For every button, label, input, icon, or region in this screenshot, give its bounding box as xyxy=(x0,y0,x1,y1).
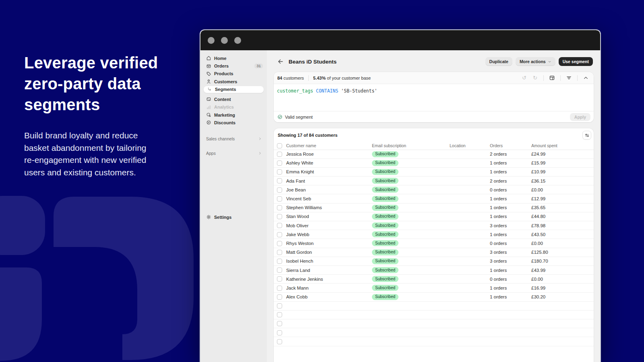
templates-icon[interactable] xyxy=(549,75,555,81)
table-row[interactable]: Jessica RoseSubscribed2 orders£24.99 xyxy=(274,150,594,158)
column-header-orders[interactable]: Orders xyxy=(490,142,531,150)
row-checkbox[interactable] xyxy=(277,160,282,166)
sidebar-item-marketing[interactable]: Marketing xyxy=(200,111,267,119)
table-row[interactable]: Stan WoodSubscribed1 orders£44.80 xyxy=(274,212,594,221)
sidebar-item-settings[interactable]: Settings xyxy=(200,213,267,221)
window-control-close[interactable] xyxy=(208,37,215,44)
table-row[interactable]: Sierra LandSubscribed1 orders£43.99 xyxy=(274,265,594,274)
sort-button[interactable] xyxy=(582,131,591,140)
email-subscription-cell: Subscribed xyxy=(372,248,450,257)
sidebar-item-label: Home xyxy=(214,56,227,61)
segment-stats-bar: 84 customers 5.43% of your customer base… xyxy=(274,72,594,84)
row-checkbox[interactable] xyxy=(277,214,282,219)
section-label: Apps xyxy=(206,151,216,156)
row-checkbox[interactable] xyxy=(277,321,282,326)
collapse-editor-icon[interactable] xyxy=(583,75,589,81)
table-row[interactable]: Rhys WestonSubscribed0 orders£0.00 xyxy=(274,239,594,248)
filter-icon[interactable] xyxy=(566,75,572,81)
table-row[interactable]: Katherine JenkinsSubscribed0 orders£0.00 xyxy=(274,275,594,284)
row-checkbox[interactable] xyxy=(277,339,282,344)
table-row[interactable]: Stephen WilliamsSubscribed1 orders£35.65 xyxy=(274,203,594,212)
row-checkbox[interactable] xyxy=(277,312,282,317)
customer-count: 84 customers xyxy=(277,76,304,80)
sidebar-section-apps[interactable]: Apps xyxy=(200,150,267,157)
row-checkbox[interactable] xyxy=(277,169,282,175)
discounts-icon xyxy=(206,120,211,125)
hero-copy: Leverage verified zero-party data segmen… xyxy=(24,52,201,179)
row-checkbox[interactable] xyxy=(277,241,282,246)
row-checkbox[interactable] xyxy=(277,286,282,291)
undo-icon[interactable]: ↺ xyxy=(521,75,527,81)
row-checkbox[interactable] xyxy=(277,152,282,157)
row-checkbox[interactable] xyxy=(277,303,282,309)
row-checkbox[interactable] xyxy=(277,276,282,282)
table-row[interactable]: Joe BeanSubscribed0 orders£0.00 xyxy=(274,185,594,194)
column-header-amount-spent[interactable]: Amount spent xyxy=(531,142,594,150)
table-row[interactable] xyxy=(274,301,594,310)
sub-arrow-icon xyxy=(207,87,212,92)
row-checkbox[interactable] xyxy=(277,223,282,228)
table-row[interactable]: Vincent SebSubscribed1 orders£12.99 xyxy=(274,194,594,203)
location-cell xyxy=(450,158,490,167)
segment-query-editor[interactable]: customer_tags CONTAINS 'SB-Students' xyxy=(274,84,594,111)
column-header-email-subscription[interactable]: Email subscription xyxy=(372,142,450,150)
location-cell xyxy=(450,319,490,328)
redo-icon[interactable]: ↻ xyxy=(532,75,538,81)
select-all-checkbox[interactable] xyxy=(277,143,282,148)
sidebar-section-sales-channels[interactable]: Sales channels xyxy=(200,135,267,143)
row-checkbox[interactable] xyxy=(277,294,282,300)
checkbox-cell xyxy=(274,177,286,185)
column-header-customer-name[interactable]: Customer name xyxy=(286,142,372,150)
row-checkbox[interactable] xyxy=(277,267,282,273)
window-control-zoom[interactable] xyxy=(234,37,241,44)
gear-icon xyxy=(206,214,211,220)
row-checkbox[interactable] xyxy=(277,178,282,183)
table-row[interactable] xyxy=(274,310,594,319)
checkbox-cell xyxy=(274,158,286,167)
sidebar-item-analytics[interactable]: Analytics xyxy=(200,103,267,111)
sidebar-item-customers[interactable]: Customers xyxy=(200,78,267,85)
use-segment-button[interactable]: Use segment xyxy=(559,57,593,66)
row-checkbox[interactable] xyxy=(277,196,282,202)
email-subscription-cell: Subscribed xyxy=(372,167,450,176)
row-checkbox[interactable] xyxy=(277,259,282,264)
orders-cell xyxy=(490,301,531,310)
sidebar-item-content[interactable]: Content xyxy=(200,95,267,103)
table-row[interactable]: Jake WebbSubscribed1 orders£43.50 xyxy=(274,230,594,239)
apply-button[interactable]: Apply xyxy=(570,113,590,121)
table-row[interactable]: Mob OliverSubscribed3 orders£78.98 xyxy=(274,221,594,230)
amount-spent-cell: £44.80 xyxy=(531,212,594,221)
duplicate-button[interactable]: Duplicate xyxy=(485,57,512,66)
table-row[interactable]: Alex CobbSubscribed1 orders£30.20 xyxy=(274,292,594,301)
sidebar-item-segments[interactable]: Segments xyxy=(204,86,264,93)
table-row[interactable]: Ashley WhiteSubscribed1 orders£15.99 xyxy=(274,158,594,167)
email-subscription-cell xyxy=(372,301,450,310)
table-row[interactable]: Jack MannSubscribed1 orders£16.99 xyxy=(274,284,594,292)
sidebar-item-products[interactable]: Products xyxy=(200,70,267,78)
table-row[interactable]: Matt GordonSubscribed3 orders£125.80 xyxy=(274,248,594,257)
amount-spent-cell xyxy=(531,301,594,310)
email-subscription-cell: Subscribed xyxy=(372,150,450,158)
table-row[interactable]: Ada FantSubscribed2 orders£36.15 xyxy=(274,177,594,185)
row-checkbox[interactable] xyxy=(277,205,282,210)
sidebar-item-home[interactable]: Home xyxy=(200,54,267,62)
row-checkbox[interactable] xyxy=(277,187,282,193)
more-actions-button[interactable]: More actions xyxy=(516,57,555,66)
orders-cell xyxy=(490,310,531,319)
table-row[interactable] xyxy=(274,337,594,346)
row-checkbox[interactable] xyxy=(277,232,282,237)
table-row[interactable] xyxy=(274,328,594,337)
table-row[interactable]: Emma KnightSubscribed1 orders£10.99 xyxy=(274,167,594,176)
orders-cell xyxy=(490,319,531,328)
window-control-minimize[interactable] xyxy=(221,37,228,44)
table-row[interactable]: Isobel HenchSubscribed3 orders£180.70 xyxy=(274,257,594,265)
row-checkbox[interactable] xyxy=(277,250,282,255)
sidebar-item-orders[interactable]: Orders 31 xyxy=(200,62,267,70)
column-header-location[interactable]: Location xyxy=(450,142,490,150)
back-button[interactable] xyxy=(277,58,284,65)
row-checkbox[interactable] xyxy=(277,330,282,335)
table-row[interactable] xyxy=(274,319,594,328)
email-subscription-cell xyxy=(372,337,450,346)
sidebar-item-discounts[interactable]: Discounts xyxy=(200,119,267,126)
checkbox-cell xyxy=(274,167,286,176)
